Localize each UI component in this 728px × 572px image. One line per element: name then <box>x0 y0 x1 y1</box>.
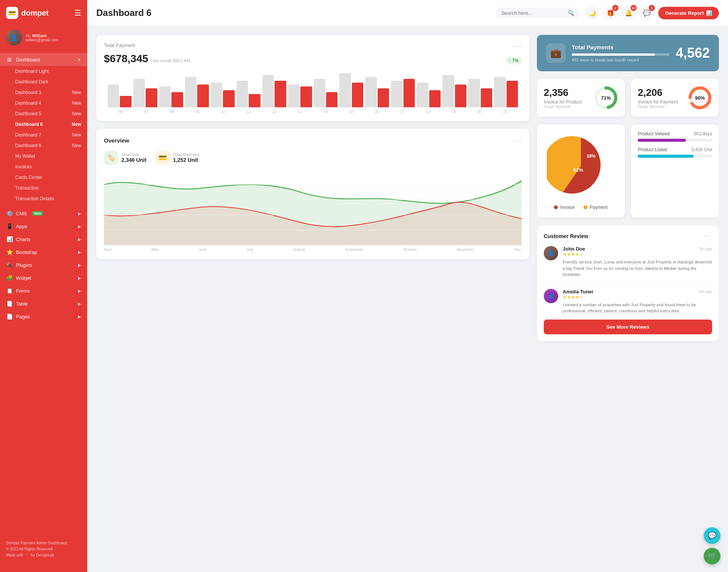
total-payment-overview-icon: 💳 <box>155 150 170 165</box>
sidebar-item-widget[interactable]: 🧩 Widget ▶ <box>0 271 87 284</box>
moon-icon: 🌙 <box>588 9 596 17</box>
forms-icon: 📋 <box>6 288 13 294</box>
sidebar-item-dashboard[interactable]: ⊞ Dashboard ▼ <box>0 53 87 66</box>
bar-label: 09 <box>185 110 210 114</box>
bell-notification-btn[interactable]: 🔔 12 <box>622 6 635 20</box>
hamburger-menu[interactable]: ☰ <box>74 8 81 17</box>
total-payment-amount-row: $678,345 last month $563,443 ↑ 7% <box>104 53 522 65</box>
sidebar-footer: Dompet Payment Admin Dashboard © 2023 Al… <box>0 534 87 564</box>
bar-red <box>275 81 286 107</box>
chart-label-august: August <box>293 248 305 252</box>
sidebar-item-cms[interactable]: ⚙️ CMS New ▶ <box>0 207 87 220</box>
bar-gray <box>314 79 325 107</box>
sidebar-item-charts[interactable]: 📊 Charts ▶ <box>0 233 87 246</box>
search-icon: 🔍 <box>568 10 574 16</box>
generate-report-button[interactable]: Generate Report 📊 <box>658 7 719 19</box>
more-options-btn[interactable]: ··· <box>514 42 522 50</box>
avatar-image: 👤 <box>6 30 22 45</box>
overview-more-btn[interactable]: ··· <box>514 136 522 144</box>
payment-legend-label: Payment <box>590 205 607 210</box>
invoice-payment-donut: 90% <box>688 86 712 110</box>
badge-new: New <box>32 211 43 216</box>
area-chart-labels: April May June July August September Oct… <box>104 248 522 252</box>
sidebar-item-bootstrap[interactable]: ⭐ Bootstrap ▶ <box>0 246 87 259</box>
bar-group <box>391 79 415 107</box>
chat-notification-btn[interactable]: 💬 5 <box>640 6 654 20</box>
sidebar-item-dashboard-dark[interactable]: Dashboard Dark <box>0 77 87 87</box>
user-greeting: Hi, William <box>26 33 58 38</box>
sidebar-item-dashboard-7[interactable]: Dashboard 7 New <box>0 130 87 140</box>
stat-total-sale-info: Total Sale 2,346 Unit <box>121 152 146 163</box>
sidebar-item-cards-center[interactable]: Cards Center <box>0 172 87 183</box>
review-more-btn[interactable]: ··· <box>704 232 712 240</box>
sidebar-item-transaction-details[interactable]: Transaction Details <box>0 193 87 204</box>
bar-group <box>468 79 492 107</box>
sidebar-item-invoices[interactable]: Invoices <box>0 161 87 172</box>
sidebar-item-pages[interactable]: 📄 Pages ▶ <box>0 310 87 323</box>
invoice-payment-info: 2,206 Invoice for Payment Target 3k/mont… <box>638 87 678 109</box>
sidebar-item-dashboard-6[interactable]: Dashboard 6 New <box>0 119 87 130</box>
banner-wallet-icon: 💼 <box>546 43 566 63</box>
moon-toggle[interactable]: 🌙 <box>585 6 599 20</box>
chat-float-button[interactable]: 💬 <box>704 527 720 544</box>
bar-gray <box>262 75 274 107</box>
cart-float-button[interactable]: 🛒 <box>704 548 720 564</box>
total-payment-title: Total Payment <box>104 42 135 48</box>
sidebar-item-forms[interactable]: 📋 Forms ▶ <box>0 284 87 297</box>
badge-new: New <box>72 122 81 127</box>
user-info: Hi, William william@gmail.com <box>26 33 58 42</box>
chevron-right-icon: ▶ <box>78 276 81 280</box>
bar-group <box>133 79 157 107</box>
bell-badge: 12 <box>631 5 637 11</box>
bar-label: 12 <box>262 110 287 114</box>
invoice-legend-dot <box>554 205 558 209</box>
svg-text:90%: 90% <box>695 95 705 101</box>
logo-text: dompet <box>21 9 49 17</box>
table-icon: 📑 <box>6 301 13 307</box>
gift-icon: 🎁 <box>607 9 614 17</box>
chevron-right-icon: ▶ <box>78 302 81 306</box>
bar-chart <box>108 69 518 107</box>
apps-icon: 📱 <box>6 223 13 229</box>
chart-label-july: July <box>246 248 253 252</box>
svg-text:38%: 38% <box>587 154 596 159</box>
sidebar-item-dashboard-5[interactable]: Dashboard 5 New <box>0 108 87 119</box>
stars-0: ★★★★★ <box>563 252 712 257</box>
page-title: Dashboard 6 <box>96 8 490 18</box>
footer-made-with: Made with ❤️ by DexignLab <box>6 552 81 558</box>
chart-label-september: September <box>345 248 363 252</box>
chart-bar-icon: 📊 <box>706 10 712 16</box>
total-payment-card: Total Payment ··· $678,345 last month $5… <box>96 35 529 121</box>
floating-buttons: 💬 🛒 <box>704 527 720 564</box>
bar-group <box>442 75 466 107</box>
trend-arrow-icon: ↑ <box>509 58 511 63</box>
trend-badge: ↑ 7% <box>506 57 522 64</box>
bar-label: 13 <box>287 110 313 114</box>
bar-group <box>365 77 389 107</box>
review-text-0: Friendly service Josh, Lunar and everyon… <box>563 259 712 278</box>
reviewer-avatar-1: 👤 <box>544 289 558 303</box>
sidebar-item-dashboard-light[interactable]: Dashboard Light <box>0 66 87 77</box>
sidebar-item-transaction[interactable]: Transaction <box>0 183 87 193</box>
see-more-reviews-button[interactable]: See More Reviews <box>544 320 712 334</box>
chevron-right-icon: ▶ <box>78 263 81 267</box>
bar-red <box>352 83 363 107</box>
logo[interactable]: 💳 dompet <box>6 7 49 19</box>
sidebar-item-my-wallet[interactable]: My Wallet <box>0 151 87 161</box>
sidebar-item-table[interactable]: 📑 Table ▶ <box>0 297 87 310</box>
pie-chart-section: 62% 38% Invoice Payment <box>537 124 625 218</box>
pages-icon: 📄 <box>6 313 13 320</box>
sidebar-item-plugins[interactable]: 🔌 Plugins ▶ <box>0 259 87 271</box>
sidebar-item-dashboard-3[interactable]: Dashboard 3 New <box>0 87 87 98</box>
chart-label-november: November <box>457 248 474 252</box>
sidebar-item-dashboard-4[interactable]: Dashboard 4 New <box>0 98 87 108</box>
bar-red <box>403 79 415 107</box>
sidebar-item-apps[interactable]: 📱 Apps ▶ <box>0 220 87 233</box>
gift-notification-btn[interactable]: 🎁 2 <box>604 6 617 20</box>
bar-red <box>223 90 234 107</box>
search-input[interactable] <box>501 10 565 16</box>
search-container: 🔍 <box>496 8 579 18</box>
bar-label: 10 <box>210 110 236 114</box>
bar-red <box>146 88 157 107</box>
sidebar-item-dashboard-8[interactable]: Dashboard 8 New <box>0 140 87 151</box>
